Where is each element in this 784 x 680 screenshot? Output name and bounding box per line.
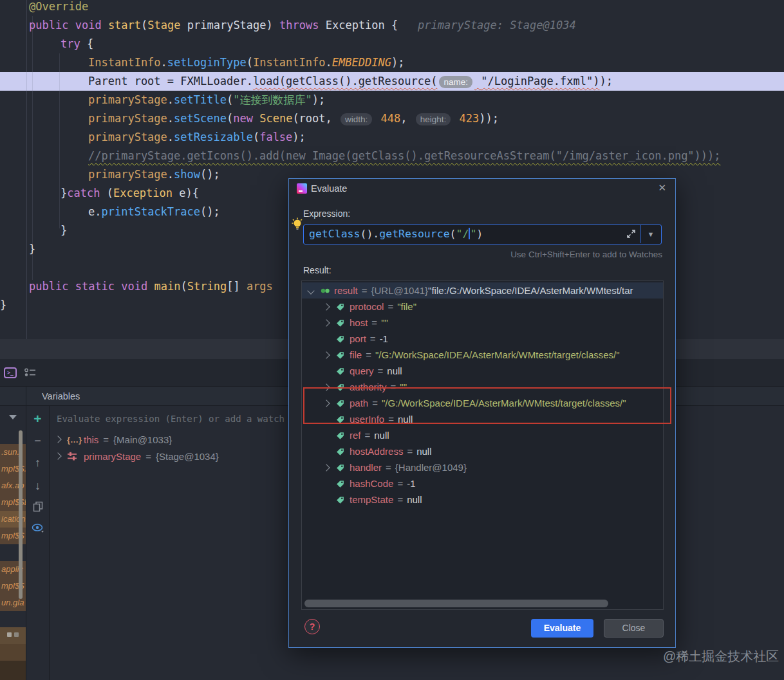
intention-bulb-icon[interactable] bbox=[291, 217, 304, 231]
result-tree-row[interactable]: handler={Handler@1049} bbox=[302, 459, 663, 475]
result-tree-row[interactable]: query=null bbox=[302, 363, 663, 379]
result-tree-hscrollbar[interactable] bbox=[304, 600, 608, 607]
duplicate-watch-icon[interactable] bbox=[26, 501, 49, 512]
code-token: ) bbox=[476, 228, 483, 240]
expression-input[interactable]: getClass().getResource("/") ▼ bbox=[303, 225, 662, 244]
terminal-icon[interactable]: >_ bbox=[4, 367, 17, 378]
close-button[interactable]: Close bbox=[604, 619, 664, 638]
code-line-2: public void start(Stage primaryStage) th… bbox=[29, 16, 576, 35]
code-token: { bbox=[80, 37, 93, 50]
frames-list-icon[interactable] bbox=[24, 367, 36, 378]
field-name: handler bbox=[350, 462, 382, 473]
equals-sign: = bbox=[145, 451, 151, 462]
close-icon[interactable]: ✕ bbox=[658, 182, 666, 194]
variable-value: {Main@1033} bbox=[113, 434, 172, 445]
move-up-icon[interactable]: ↑ bbox=[26, 456, 49, 470]
code-token: public bbox=[29, 280, 68, 293]
code-token: ( bbox=[450, 228, 456, 240]
expand-expression-icon[interactable] bbox=[627, 230, 635, 238]
equals-sign: = bbox=[397, 494, 403, 505]
tree-chevron[interactable] bbox=[324, 465, 335, 470]
chevron-right-icon[interactable] bbox=[322, 351, 330, 358]
tree-chevron[interactable] bbox=[324, 385, 335, 390]
variable-row[interactable]: primaryStage={Stage@1034} bbox=[51, 448, 219, 464]
result-tree-row[interactable]: hostAddress=null bbox=[302, 443, 663, 459]
code-token: start bbox=[108, 19, 141, 32]
field-value: null bbox=[374, 430, 389, 441]
tree-chevron[interactable] bbox=[324, 304, 335, 309]
code-token: [] bbox=[227, 280, 247, 293]
field-tag-icon bbox=[335, 446, 345, 457]
frame-row[interactable] bbox=[0, 661, 26, 680]
chevron-right-icon[interactable] bbox=[322, 464, 330, 471]
code-token: "/ bbox=[456, 228, 469, 240]
help-icon[interactable]: ? bbox=[304, 619, 320, 634]
chevron-right-icon[interactable] bbox=[54, 452, 61, 459]
remove-watch-icon[interactable]: − bbox=[26, 434, 49, 448]
result-tree-row[interactable]: port=-1 bbox=[302, 331, 663, 347]
code-token: throws bbox=[279, 19, 319, 32]
result-tree-row[interactable]: path="/G:/WorkSpace/IDEA/AsterMark/WMtes… bbox=[302, 395, 663, 411]
result-tree-row[interactable]: protocol="file" bbox=[302, 299, 663, 315]
code-token: @Override bbox=[29, 0, 88, 13]
parameter-icon bbox=[67, 451, 77, 462]
tree-chevron[interactable] bbox=[308, 288, 320, 293]
result-tree-row[interactable]: host="" bbox=[302, 315, 663, 331]
code-token: static bbox=[75, 280, 115, 293]
field-name: hashCode bbox=[350, 478, 393, 489]
parameter-hint: name: bbox=[439, 76, 472, 88]
tree-chevron[interactable] bbox=[51, 454, 67, 459]
move-down-icon[interactable]: ↓ bbox=[26, 479, 49, 493]
code-token: setLoginType bbox=[167, 56, 247, 69]
tree-chevron[interactable] bbox=[51, 437, 67, 442]
code-token: EMBEDDING bbox=[332, 56, 391, 69]
variable-row[interactable]: {…}this={Main@1033} bbox=[51, 431, 172, 448]
add-watch-icon[interactable]: + bbox=[26, 411, 49, 427]
dropdown-arrow-icon[interactable] bbox=[9, 415, 17, 419]
result-tree-row[interactable]: file="/G:/WorkSpace/IDEA/AsterMark/WMtes… bbox=[302, 347, 663, 363]
result-tree[interactable]: result={URL@1041} "file:/G:/WorkSpace/ID… bbox=[301, 280, 664, 610]
code-line-14: } bbox=[29, 240, 35, 259]
code-token: Parent root = FXMLLoader. bbox=[88, 75, 253, 87]
result-tree-row[interactable]: ref=null bbox=[302, 427, 663, 443]
code-token: . bbox=[161, 56, 167, 69]
frame-row[interactable] bbox=[0, 644, 26, 661]
tab-variables[interactable]: Variables bbox=[42, 391, 80, 401]
tree-chevron[interactable] bbox=[324, 320, 335, 326]
frames-scrollbar[interactable] bbox=[19, 430, 23, 599]
chevron-right-icon[interactable] bbox=[322, 319, 330, 326]
code-line-3: try { bbox=[61, 35, 93, 53]
chevron-right-icon[interactable] bbox=[54, 436, 61, 443]
result-tree-row[interactable]: result={URL@1041} "file:/G:/WorkSpace/ID… bbox=[302, 282, 663, 299]
result-tree-row[interactable]: authority="" bbox=[302, 379, 663, 395]
code-line-11: }catch (Exception e){ bbox=[61, 184, 199, 203]
code-token bbox=[453, 112, 459, 125]
evaluate-dialog: Evaluate ✕ Expression: getClass().getRes… bbox=[288, 178, 676, 648]
frames-panel[interactable]: .sun.jmpl$$.afx.apmpl$$Licationmpl$$appl… bbox=[0, 406, 26, 680]
code-token: public bbox=[29, 19, 68, 32]
result-tree-row[interactable]: hashCode=-1 bbox=[302, 475, 663, 492]
history-dropdown-icon[interactable]: ▼ bbox=[640, 225, 661, 243]
field-name: userInfo bbox=[350, 414, 384, 425]
equals-sign: = bbox=[103, 434, 109, 445]
tree-chevron[interactable] bbox=[324, 401, 335, 406]
show-watches-icon[interactable] bbox=[26, 523, 49, 533]
frame-row[interactable] bbox=[0, 627, 26, 644]
equals-sign: = bbox=[371, 317, 377, 328]
chevron-right-icon[interactable] bbox=[322, 400, 330, 407]
code-token: primaryStage: Stage@1034 bbox=[398, 19, 575, 32]
evaluate-button[interactable]: Evaluate bbox=[531, 619, 593, 638]
tree-chevron[interactable] bbox=[324, 353, 335, 358]
chevron-right-icon[interactable] bbox=[322, 303, 330, 310]
code-token: )); bbox=[479, 112, 499, 125]
chevron-down-icon[interactable] bbox=[307, 287, 314, 294]
chevron-right-icon[interactable] bbox=[322, 383, 330, 391]
code-token: ); bbox=[312, 93, 325, 106]
result-tree-row[interactable]: tempState=null bbox=[302, 492, 663, 508]
code-token: primaryStage bbox=[88, 131, 167, 143]
code-token: "连接到数据库" bbox=[233, 93, 312, 106]
gutter-separator bbox=[26, 0, 27, 339]
code-line-9: //primaryStage.getIcons().add(new Image(… bbox=[88, 147, 721, 165]
field-value: null bbox=[407, 494, 422, 505]
result-tree-row[interactable]: userInfo=null bbox=[302, 411, 663, 427]
